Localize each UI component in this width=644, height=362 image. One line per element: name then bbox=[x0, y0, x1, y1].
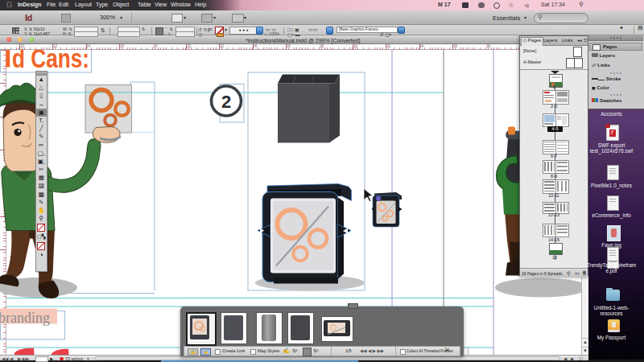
svg-text:2: 2 bbox=[221, 91, 231, 111]
svg-text:d Cans:: d Cans: bbox=[12, 50, 89, 73]
svg-text:branding: branding bbox=[0, 308, 50, 325]
